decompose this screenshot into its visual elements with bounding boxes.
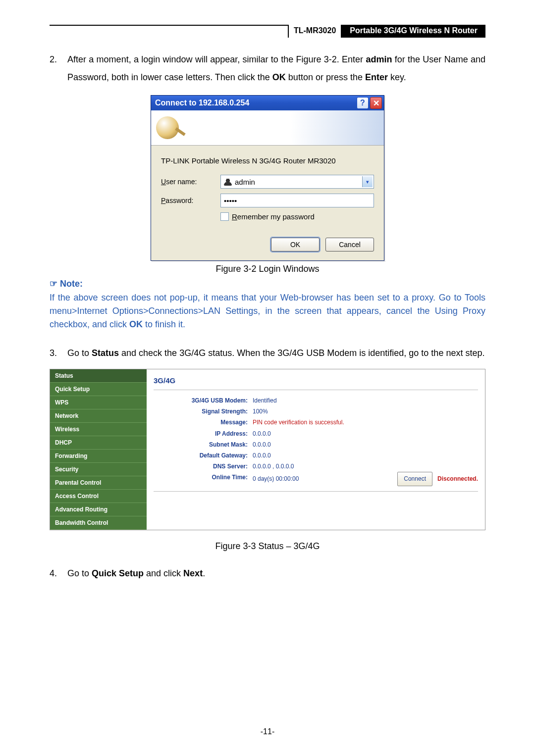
step-2-bold-b: OK — [272, 72, 286, 82]
note-bold: OK — [129, 319, 143, 329]
step-4-text-b: and click — [144, 568, 183, 578]
sidebar-item-quick-setup[interactable]: Quick Setup — [50, 383, 147, 396]
figure-3-3-caption: Figure 3-3 Status – 3G/4G — [50, 541, 485, 552]
status-value: Identified — [253, 395, 478, 406]
status-key: Subnet Mask: — [154, 439, 253, 450]
step-2-body: After a moment, a login window will appe… — [67, 50, 485, 86]
login-description: TP-LINK Portable Wireless N 3G/4G Router… — [161, 156, 374, 165]
note-heading: ☞ Note: — [50, 278, 485, 289]
status-row: IP Address:0.0.0.0 — [154, 428, 478, 439]
close-button[interactable]: ✕ — [370, 97, 382, 109]
sidebar-item-access-control[interactable]: Access Control — [50, 490, 147, 503]
sidebar-item-wireless[interactable]: Wireless — [50, 423, 147, 436]
step-2-bold-a: admin — [366, 54, 392, 64]
login-dialog: Connect to 192.168.0.254 ? ✕ TP-LINK Por… — [151, 95, 384, 261]
panel-rule-top — [154, 390, 478, 390]
password-label: Password: — [161, 197, 220, 204]
status-value: 0.0.0.0 , 0.0.0.0 — [253, 461, 478, 472]
status-row: Subnet Mask:0.0.0.0 — [154, 439, 478, 450]
header-model: TL-MR3020 — [288, 25, 342, 38]
login-titlebar: Connect to 192.168.0.254 ? ✕ — [151, 96, 384, 110]
status-panel: 3G/4G 3G/4G USB Modem:IdentifiedSignal S… — [147, 369, 485, 530]
status-key: DNS Server: — [154, 461, 253, 472]
status-row: 3G/4G USB Modem:Identified — [154, 395, 478, 406]
step-3: 3. Go to Status and check the 3G/4G stat… — [50, 344, 485, 362]
step-3-number: 3. — [50, 344, 67, 362]
remember-checkbox[interactable] — [220, 212, 229, 221]
panel-heading: 3G/4G — [154, 376, 478, 385]
status-value: PIN code verification is successful. — [253, 417, 478, 428]
step-3-text-a: Go to — [67, 348, 92, 358]
status-value: 0.0.0.0 — [253, 450, 478, 461]
step-2-text-d: key. — [388, 72, 406, 82]
status-key: IP Address: — [154, 428, 253, 439]
cancel-button[interactable]: Cancel — [325, 238, 374, 252]
online-time-label: Online Time: — [154, 472, 253, 486]
status-key: 3G/4G USB Modem: — [154, 395, 253, 406]
step-4-text-c: . — [203, 568, 205, 578]
password-value: ••••• — [224, 197, 237, 205]
figure-3-2-caption: Figure 3-2 Login Windows — [50, 264, 485, 274]
sidebar-item-parental-control[interactable]: Parental Control — [50, 476, 147, 490]
step-2-text-c: button or press the — [286, 72, 365, 82]
sidebar-item-status[interactable]: Status — [50, 369, 147, 383]
sidebar-item-forwarding[interactable]: Forwarding — [50, 450, 147, 463]
note-body: If the above screen does not pop-up, it … — [50, 291, 485, 331]
status-value: 0.0.0.0 — [253, 439, 478, 450]
status-key: Default Gateway: — [154, 450, 253, 461]
ok-button[interactable]: OK — [271, 238, 320, 252]
username-label: User name: — [161, 178, 220, 186]
online-time-row: 0 day(s) 00:00:00 Connect Disconnected. — [253, 472, 478, 486]
sidebar-item-wps[interactable]: WPS — [50, 396, 147, 409]
online-time-value: 0 day(s) 00:00:00 — [253, 473, 299, 484]
help-button[interactable]: ? — [357, 97, 369, 109]
login-icon-row — [151, 110, 384, 146]
connect-button[interactable]: Connect — [397, 472, 432, 486]
status-key: Signal Strength: — [154, 406, 253, 417]
status-screenshot: StatusQuick SetupWPSNetworkWirelessDHCPF… — [50, 369, 485, 530]
step-4-body: Go to Quick Setup and click Next. — [67, 564, 485, 582]
status-row: Default Gateway:0.0.0.0 — [154, 450, 478, 461]
sidebar-item-bandwidth-control[interactable]: Bandwidth Control — [50, 516, 147, 530]
sidebar-item-dhcp[interactable]: DHCP — [50, 436, 147, 450]
status-row: Message:PIN code verification is success… — [154, 417, 478, 428]
step-4-bold-b: Next — [183, 568, 203, 578]
sidebar-menu: StatusQuick SetupWPSNetworkWirelessDHCPF… — [50, 369, 147, 530]
note-text-b: to finish it. — [143, 319, 185, 329]
sidebar-item-security[interactable]: Security — [50, 463, 147, 476]
step-3-body: Go to Status and check the 3G/4G status.… — [67, 344, 485, 362]
status-row: DNS Server:0.0.0.0 , 0.0.0.0 — [154, 461, 478, 472]
step-4-text-a: Go to — [67, 568, 92, 578]
status-value: 100% — [253, 406, 478, 417]
sidebar-item-advanced-routing[interactable]: Advanced Routing — [50, 503, 147, 516]
page-number: -11- — [0, 727, 535, 736]
login-title-text: Connect to 192.168.0.254 — [155, 99, 355, 107]
step-4-number: 4. — [50, 564, 67, 582]
step-4: 4. Go to Quick Setup and click Next. — [50, 564, 485, 582]
sidebar-item-network[interactable]: Network — [50, 409, 147, 423]
step-3-text-b: and check the 3G/4G status. When the 3G/… — [119, 348, 484, 358]
dropdown-icon[interactable]: ▾ — [362, 176, 373, 187]
step-4-bold-a: Quick Setup — [92, 568, 144, 578]
username-value: admin — [235, 178, 255, 186]
password-input[interactable]: ••••• — [220, 194, 374, 207]
status-key: Message: — [154, 417, 253, 428]
user-icon — [224, 178, 232, 186]
step-2-number: 2. — [50, 50, 67, 86]
step-2: 2. After a moment, a login window will a… — [50, 50, 485, 86]
status-row: Signal Strength:100% — [154, 406, 478, 417]
note-text-a: If the above screen does not pop-up, it … — [50, 293, 485, 329]
connection-status: Disconnected. — [437, 473, 478, 484]
step-2-bold-c: Enter — [365, 72, 388, 82]
key-icon — [156, 116, 179, 139]
header-product: Portable 3G/4G Wireless N Router — [342, 25, 485, 38]
step-3-bold-a: Status — [92, 348, 119, 358]
step-2-text-a: After a moment, a login window will appe… — [67, 54, 366, 64]
panel-rule-bottom — [154, 491, 478, 492]
header-bar: TL-MR3020 Portable 3G/4G Wireless N Rout… — [50, 25, 485, 38]
username-input[interactable]: admin ▾ — [220, 175, 374, 189]
status-value: 0.0.0.0 — [253, 428, 478, 439]
remember-label: Remember my password — [232, 212, 315, 221]
